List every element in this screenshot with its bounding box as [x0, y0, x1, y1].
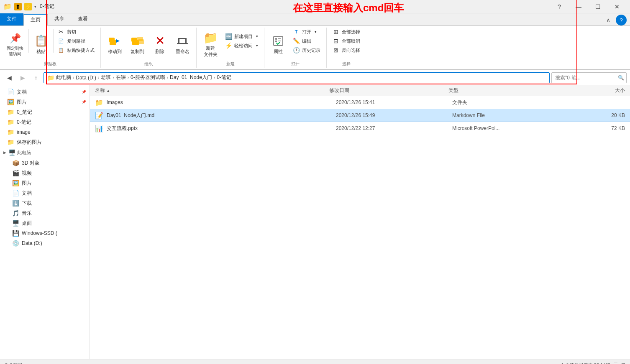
desktop-icon: 🖥️: [12, 219, 19, 227]
sidebar-item-docs[interactable]: 📄 文档: [0, 188, 90, 198]
easy-access-button[interactable]: ⚡ 轻松访问 ▾: [223, 41, 261, 50]
addr-arrow5: ›: [167, 75, 168, 80]
view-grid-icon[interactable]: ⊞: [621, 362, 625, 364]
maximize-button[interactable]: ☐: [588, 0, 607, 13]
folder-icon-0notes: 📁: [7, 108, 14, 116]
file-item-images[interactable]: 📁 images 2020/12/26 15:41 文件夹: [90, 96, 630, 109]
pin-to-quick-access-button[interactable]: 📌 固定到快 速访问: [3, 31, 27, 58]
properties-button[interactable]: 属性: [268, 31, 289, 58]
sidebar-label-docs: 文档: [22, 190, 32, 197]
address-bar[interactable]: 📁 此电脑 › Data (D:) › 老班 › 在课 › 0-服务器测试哦 ›…: [44, 72, 550, 83]
sidebar-item-videos[interactable]: 🎬 视频: [0, 168, 90, 178]
select-all-button[interactable]: ⊞ 全部选择: [330, 28, 363, 36]
new-folder-button[interactable]: 📁 新建 文件夹: [200, 31, 221, 58]
divider1: [28, 29, 29, 53]
invert-icon: ⊠: [333, 47, 339, 53]
sidebar-item-3d-objects[interactable]: 📦 3D 对象: [0, 158, 90, 168]
tab-share[interactable]: 共享: [48, 13, 71, 25]
cut-icon: ✂: [58, 28, 64, 35]
sidebar-label-documents: 文档: [17, 89, 27, 96]
file-item-day01[interactable]: 📝 Day01_Node入门.md 2020/12/26 15:49 Markd…: [90, 109, 630, 122]
sidebar-item-image[interactable]: 📁 image: [0, 127, 90, 137]
paste-shortcut-button[interactable]: 📋 粘贴快捷方式: [55, 46, 97, 54]
sidebar-item-desktop[interactable]: 🖥️ 桌面: [0, 218, 90, 228]
col-size-header[interactable]: 大小: [567, 87, 625, 94]
rename-button[interactable]: 重命名: [172, 31, 193, 58]
copy-path-button[interactable]: 📄 复制路径: [55, 37, 97, 45]
ribbon-content: 📌 固定到快 速访问 📋 粘贴 ✂ 剪切 📄 复制路径: [0, 26, 630, 70]
quick-access-icon2[interactable]: ⚡: [24, 3, 32, 10]
sidebar-item-0-notes[interactable]: 📁 0_笔记: [0, 107, 90, 117]
copy-to-button[interactable]: 复制到: [127, 31, 148, 58]
search-input[interactable]: [551, 72, 627, 83]
back-button[interactable]: ◀: [3, 72, 15, 83]
window-title: 0-笔记: [40, 3, 54, 10]
edit-button[interactable]: ✏️ 编辑: [290, 37, 323, 45]
ribbon-collapse-btn[interactable]: ∧: [602, 15, 614, 25]
move-to-button[interactable]: 移动到: [104, 31, 125, 58]
file-type-images: 文件夹: [452, 99, 565, 106]
file-name-day01: Day01_Node入门.md: [107, 112, 333, 119]
downloads-icon: ⬇️: [12, 199, 19, 207]
sidebar-item-0-notes2[interactable]: 📁 0-笔记: [0, 117, 90, 127]
invert-select-button[interactable]: ⊠ 反向选择: [330, 46, 363, 54]
help-button[interactable]: ?: [550, 0, 569, 13]
sidebar-label-0-notes: 0_笔记: [17, 109, 32, 116]
this-pc-label: 此电脑: [17, 150, 31, 156]
status-bar: 3 个项目 1 个项目已选中 20.1 KB ☰ ⊞: [0, 359, 630, 364]
addr-seg7: 0-笔记: [217, 74, 231, 81]
tab-home[interactable]: 主页: [23, 14, 48, 26]
addr-arrow4: ›: [128, 75, 129, 80]
select-none-button[interactable]: ⊟ 全部取消: [330, 37, 363, 45]
help-circle-btn[interactable]: ?: [616, 15, 627, 25]
clipboard-small-group: ✂ 剪切 📄 复制路径 📋 粘贴快捷方式: [55, 28, 97, 61]
sidebar-item-data-d[interactable]: 💿 Data (D:): [0, 238, 90, 248]
folder-icon-image: 📁: [7, 128, 14, 136]
minimize-button[interactable]: —: [569, 0, 588, 13]
new-item-button[interactable]: 🆕 新建项目 ▾: [223, 32, 261, 41]
open-button[interactable]: T 打开 ▾: [290, 28, 323, 36]
up-button[interactable]: ↑: [30, 72, 42, 83]
paste-icon: 📋: [34, 34, 48, 48]
col-date-header[interactable]: 修改日期: [329, 87, 445, 94]
easy-access-icon: ⚡: [225, 42, 232, 49]
view-list-icon[interactable]: ☰: [614, 362, 618, 364]
cut-button[interactable]: ✂ 剪切: [55, 28, 97, 36]
tab-view[interactable]: 查看: [71, 13, 95, 25]
close-button[interactable]: ✕: [607, 0, 627, 13]
organize-label: 组织: [101, 61, 196, 67]
this-pc-header[interactable]: ▶ 🖥️ 此电脑: [0, 147, 90, 158]
music-icon: 🎵: [12, 209, 19, 217]
this-pc-arrow: ▶: [3, 150, 6, 155]
new-folder-icon: 📁: [204, 31, 217, 44]
sidebar-label-image: image: [17, 129, 31, 135]
video-icon: 🎬: [12, 169, 19, 177]
sidebar-item-documents[interactable]: 📄 文档 📌: [0, 87, 90, 97]
svg-rect-13: [275, 41, 277, 42]
ribbon-tabs: 文件 主页 共享 查看 ∧ ?: [0, 13, 630, 26]
quick-access-icon1[interactable]: ⬆: [14, 3, 22, 10]
col-name-header[interactable]: 名称 ▲: [95, 87, 326, 94]
col-type-header[interactable]: 类型: [448, 87, 564, 94]
new-label: 新建: [197, 61, 264, 67]
paste-button[interactable]: 📋 粘贴: [31, 31, 51, 58]
forward-button[interactable]: ▶: [17, 72, 28, 83]
tab-file[interactable]: 文件: [0, 13, 23, 25]
addr-arrow2: ›: [98, 75, 99, 80]
history-button[interactable]: 🕐 历史记录: [290, 46, 323, 54]
edit-icon: ✏️: [293, 38, 300, 44]
sidebar-item-downloads[interactable]: ⬇️ 下载: [0, 198, 90, 208]
file-item-pptx[interactable]: 📊 交互流程.pptx 2020/12/22 12:27 Microsoft P…: [90, 122, 630, 135]
sidebar-label-data-d: Data (D:): [22, 240, 42, 246]
delete-button[interactable]: ✕ 删除: [149, 31, 170, 58]
sidebar-label-3d: 3D 对象: [22, 160, 40, 167]
sidebar-item-saved-pics[interactable]: 📁 保存的图片: [0, 137, 90, 147]
svg-rect-10: [178, 38, 187, 39]
divider2: [53, 29, 54, 53]
sidebar-item-music[interactable]: 🎵 音乐: [0, 208, 90, 218]
sidebar-label-photos: 图片: [22, 180, 32, 187]
quick-access-dropdown[interactable]: ▾: [34, 5, 36, 9]
sidebar-item-photos[interactable]: 🖼️ 图片: [0, 178, 90, 188]
sidebar-item-windows-ssd[interactable]: 💾 Windows-SSD (: [0, 228, 90, 238]
sidebar-item-pictures[interactable]: 🖼️ 图片 📌: [0, 97, 90, 107]
